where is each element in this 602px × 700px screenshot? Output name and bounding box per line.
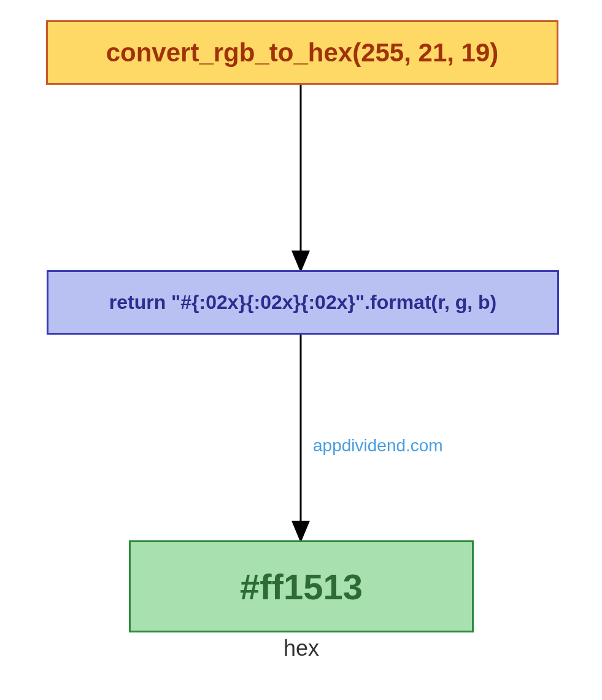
output-caption: hex (129, 636, 474, 661)
output-node: #ff1513 (129, 540, 474, 632)
input-node: convert_rgb_to_hex(255, 21, 19) (46, 20, 558, 85)
watermark-text: appdividend.com (313, 436, 443, 456)
process-node-label: return "#{:02x}{:02x}{:02x}".format(r, g… (109, 291, 496, 314)
output-node-label: #ff1513 (240, 566, 363, 607)
input-node-label: convert_rgb_to_hex(255, 21, 19) (106, 38, 499, 68)
process-node: return "#{:02x}{:02x}{:02x}".format(r, g… (47, 270, 559, 335)
